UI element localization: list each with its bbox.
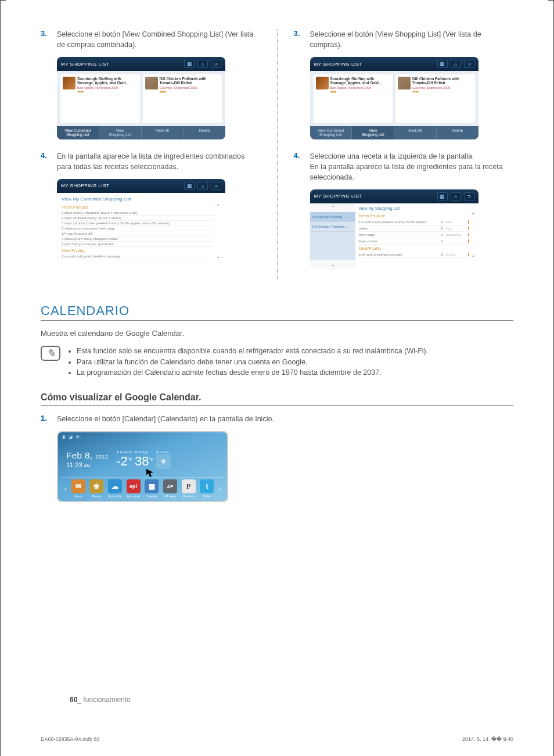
chevron-down-icon[interactable]: ⌄ (310, 260, 355, 268)
note-icon: ✎ (41, 346, 60, 361)
chevron-down-icon[interactable]: ⌄ (471, 252, 475, 258)
step-number: 3. (294, 29, 310, 50)
back-icon[interactable]: ⊃ (211, 60, 221, 68)
chevron-left-icon[interactable]: ‹ (63, 485, 69, 492)
step-text: Seleccione una receta a la izquierda de … (310, 151, 514, 182)
recipe-thumb (316, 77, 329, 89)
save-icon[interactable]: ▦ (437, 192, 448, 200)
app-memo[interactable]: ✉Memo (70, 479, 87, 498)
chevron-up-icon[interactable]: ⌃ (471, 212, 475, 218)
save-icon[interactable]: ▦ (437, 60, 448, 68)
fridge-label: Fridge (135, 450, 154, 454)
list-item: 1/4 cup chopped dill (62, 231, 214, 237)
ss-title: MY SHOPPING LIST (314, 194, 437, 199)
chevron-up-icon[interactable]: ⌃ (216, 203, 221, 209)
rating-icon: ♦♦♦♦ (412, 89, 418, 94)
view-combined-button[interactable]: View Combined Shopping List (57, 126, 99, 139)
note-item: Esta función solo se encuentra disponibl… (77, 346, 428, 357)
list-item: bulk pork breakfast sausage2pounds (359, 252, 469, 258)
app-epicurious[interactable]: epiEpicurious (125, 479, 142, 498)
recipe-tab[interactable]: Dill Chicken Paillards … (310, 222, 355, 232)
home-icon[interactable]: ⌂ (197, 60, 208, 68)
app-photos[interactable]: ❀Photos (88, 479, 105, 498)
ss-title: MY SHOPPING LIST (61, 183, 184, 188)
step-text: En la pantalla aparece la lista de ingre… (57, 151, 261, 172)
app-icon: t (200, 479, 214, 493)
home-icon[interactable]: ⌂ (451, 60, 461, 68)
ss-title: MY SHOPPING LIST (61, 62, 184, 67)
category-label: Meat/Poultry (359, 246, 469, 250)
list-header: View My Combined Shopping List (62, 196, 221, 202)
category-label: Fresh Produce (62, 205, 214, 209)
step-text: Seleccione el botón [View Combined Shopp… (57, 29, 261, 50)
screenshot-combined-ingredients: MY SHOPPING LIST ▦ ⌂ ⊃ View My Combined … (57, 179, 225, 263)
back-icon[interactable]: ⊃ (211, 182, 221, 190)
list-item: 3 tablespoons finely chopped shallot (62, 237, 214, 242)
recipe-tab[interactable]: Sourdough Stuffing … (310, 212, 355, 222)
recipe-source: Gourmet, September 2009 (160, 86, 220, 89)
home-icon[interactable]: ⌂ (451, 192, 461, 200)
delete-button[interactable]: Delete (184, 126, 225, 139)
screenshot-shopping-list-view-btn: MY SHOPPING LIST ▦ ⌂ ⊃ Sourdough Stuffin… (310, 57, 479, 139)
list-item: fresh sage2tablespoons (359, 232, 469, 238)
recipe-thumb (398, 77, 411, 89)
section-title: CALENDARIO (41, 303, 513, 321)
chevron-right-icon[interactable]: › (217, 485, 222, 492)
app-grocemgr[interactable]: ☁Groce Mgr (106, 479, 124, 498)
subsection-title: Cómo visualizar el Google Calendar. (41, 392, 513, 406)
recipe-thumb (63, 77, 75, 89)
recipe-thumb (145, 77, 158, 89)
app-icon: epi (127, 479, 141, 493)
recipe-title: Sourdough Stuffing with Sausage, Apples,… (77, 77, 138, 85)
ss-title: MY SHOPPING LIST (314, 62, 437, 67)
recipe-title: Sourdough Stuffing with Sausage, Apples,… (330, 77, 391, 85)
list-item: celery2cups (359, 225, 469, 232)
app-twitter[interactable]: tTwitter (199, 479, 216, 498)
section-intro: Muestra el calendario de Google Calendar… (41, 329, 513, 338)
mark-all-button[interactable]: Mark All (394, 126, 437, 139)
step-number: 1. (41, 414, 57, 424)
back-icon[interactable]: ⊃ (464, 192, 474, 200)
cubed-label: Cubed (156, 450, 171, 454)
mark-all-button[interactable]: Mark All (142, 126, 184, 139)
category-label: Meat/Poultry (62, 249, 214, 253)
arrow-icon (145, 468, 157, 478)
app-apnews[interactable]: APAP News (161, 479, 179, 498)
app-calendar[interactable]: ▦Calendar (143, 479, 160, 498)
app-icon: P (182, 479, 196, 493)
recipe-card[interactable]: Dill Chicken Paillards with Tomato-Dill … (143, 74, 222, 123)
step-number: 4. (41, 151, 57, 172)
list-item: 2 pounds bulk pork breakfast sausage (62, 254, 214, 259)
list-item: 1/2-inch cubes peeled Granny Smith apple… (359, 219, 469, 225)
category-label: Fresh Produce (359, 214, 469, 218)
app-icon: AP (163, 479, 177, 493)
delete-button[interactable]: Delete (437, 126, 479, 139)
status-bar: ▮◢✦ (62, 435, 224, 439)
step-number: 3. (41, 29, 57, 50)
recipe-source: Gourmet, September 2009 (412, 86, 473, 89)
home-icon[interactable]: ⌂ (197, 182, 208, 190)
date-display: Feb 8, 2012 (66, 450, 108, 460)
view-combined-button[interactable]: View Combined Shopping List (310, 126, 352, 139)
recipe-card[interactable]: Sourdough Stuffing with Sausage, Apples,… (60, 74, 140, 123)
ice-cube-icon[interactable]: ❄ (156, 454, 171, 469)
view-shopping-button[interactable]: View Shopping List (352, 126, 394, 139)
save-icon[interactable]: ▦ (184, 60, 195, 68)
back-icon[interactable]: ⊃ (464, 60, 474, 68)
recipe-card[interactable]: Sourdough Stuffing with Sausage, Apples,… (314, 74, 393, 123)
screenshot-single-recipe-ingredients: MY SHOPPING LIST ▦ ⌂ ⊃ ⌃ Sourdough Stuff… (310, 189, 479, 268)
page-footer: 60_ funcionamiento (70, 696, 131, 704)
view-shopping-button[interactable]: View Shopping List (99, 126, 142, 139)
rating-icon: ♦♦♦♦ (330, 89, 336, 94)
screenshot-home-screen: ▮◢✦ Feb 8, 2012 11:23 AM Freezer -2°F Fr… (57, 431, 228, 502)
chevron-up-icon[interactable]: ⌃ (310, 203, 355, 212)
app-pandora[interactable]: PPandora (180, 479, 197, 498)
recipe-card[interactable]: Dill Chicken Paillards with Tomato-Dill … (395, 74, 475, 123)
step-number: 4. (294, 151, 310, 182)
freezer-temp: -2°F (116, 454, 132, 469)
list-header: View My Shopping List (359, 206, 475, 210)
save-icon[interactable]: ▦ (184, 182, 195, 190)
chevron-down-icon[interactable]: ⌄ (216, 253, 221, 259)
app-icon: ✉ (71, 479, 85, 493)
list-item: 2 cups chopped celery (about 5 stalks) (62, 216, 214, 221)
